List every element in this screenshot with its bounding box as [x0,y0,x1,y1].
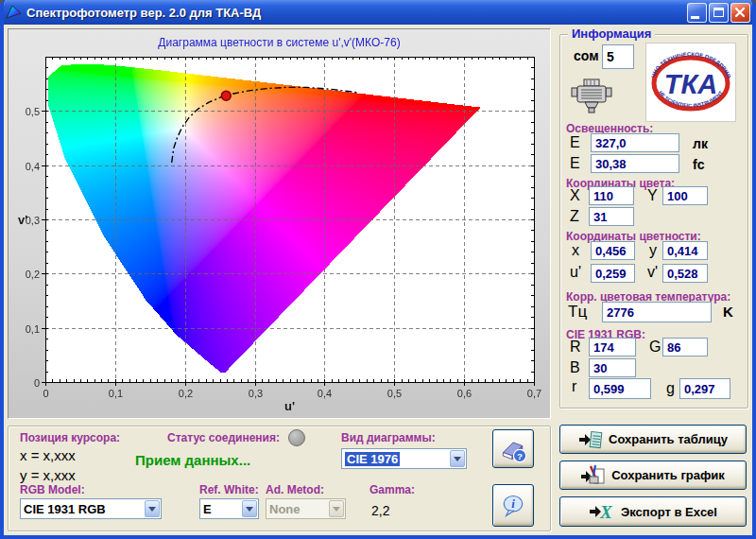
illuminance-lux-input[interactable] [591,133,679,152]
chevron-down-icon[interactable] [145,500,160,517]
connection-status-indicator [288,429,305,446]
com-port-label: сом [574,48,599,63]
chevron-down-icon [329,500,344,517]
cct-input[interactable] [602,302,712,322]
minimize-button[interactable] [687,3,707,23]
excel-icon: X [589,501,615,522]
rgb-rl-input[interactable] [589,378,651,399]
cursor-y-value: y = x,xxx [20,467,76,483]
coord-x-symbol: X [570,187,580,204]
minimize-icon [691,16,699,19]
rgb-model-label: RGB Model: [20,483,85,496]
rgb-g-symbol: G [649,339,661,356]
data-status-message: Прием данных... [135,452,250,468]
chevron-down-icon[interactable] [450,450,465,467]
chart-title: Диаграмма цветности в системе u',v'(МКО-… [9,36,550,49]
tka-logo: ТКА НАУЧНО-ТЕХНИЧЕСКОЕ ПРЕДПРИЯТИЕ THE S… [645,43,736,122]
controls-groupbox: Позиция курсора: x = x,xxx y = x,xxx Ста… [8,426,551,531]
cursor-position-label: Позиция курсора: [20,431,120,444]
coord-y-input[interactable] [662,186,708,205]
rgb-gl-input[interactable] [679,378,730,399]
illuminance-lux-unit: лк [693,136,708,151]
chroma-x-input[interactable] [591,241,635,260]
coord-y-symbol: Y [647,187,658,204]
svg-text:X: X [599,502,613,522]
save-table-icon [578,429,603,450]
rgb-gl-symbol: g [666,380,675,397]
ref-white-select[interactable]: E [199,498,259,519]
rgb-model-value: CIE 1931 RGB [24,502,106,516]
gamma-label: Gamma: [369,483,415,496]
maximize-button[interactable] [709,3,729,23]
chroma-v-symbol: v' [647,264,658,281]
chart-panel: Диаграмма цветности в системе u',v'(МКО-… [8,28,551,419]
save-table-label: Сохранить таблицу [609,432,728,446]
diagram-type-select[interactable]: CIE 1976 [341,448,467,469]
chevron-down-icon[interactable] [242,500,257,517]
svg-text:i: i [511,497,515,511]
app-window: Спектрофотометр вер. 2.0 для ТКА-ВД Диаг… [0,0,756,539]
ref-white-label: Ref. White: [199,483,259,496]
titlebar[interactable]: Спектрофотометр вер. 2.0 для ТКА-ВД [0,0,756,25]
export-excel-button[interactable]: X Экспорт в Excel [559,496,747,527]
rgb-b-input[interactable] [589,358,636,377]
close-icon [731,4,749,22]
illuminance-fc-symbol: E [570,155,580,172]
cct-unit: K [723,304,733,320]
cct-symbol: Тц [568,303,587,322]
coord-x-input[interactable] [589,186,634,205]
maximize-icon [713,8,724,17]
help-button[interactable]: ? [492,429,534,468]
gamma-value: 2,2 [371,503,389,518]
svg-text:?: ? [517,450,523,461]
ad-method-label: Ad. Metod: [266,483,324,496]
connection-status-label: Статус соединения: [167,431,280,444]
close-button[interactable] [730,3,750,23]
info-groupbox: Информация сом ТКА НАУЧНО-ТЕХНИЧЕСКОЕ ПР… [559,34,748,409]
save-table-button[interactable]: Сохранить таблицу [559,425,747,454]
rgb-g-input[interactable] [662,338,708,356]
window-title: Спектрофотометр вер. 2.0 для ТКА-ВД [26,6,685,20]
help-book-icon: ? [499,433,527,465]
info-bubble-icon: i [499,489,527,523]
chroma-x-symbol: x [572,242,579,259]
rgb-r-symbol: R [570,339,581,356]
chroma-u-symbol: u' [570,264,581,281]
ad-method-select: None [266,498,346,519]
save-graph-button[interactable]: Сохранить график [559,461,747,490]
app-icon [6,5,22,20]
chroma-y-input[interactable] [662,241,708,260]
ref-white-value: E [203,502,212,516]
logo-text: ТКА [664,69,718,99]
rgb-model-select[interactable]: CIE 1931 RGB [20,498,162,519]
diagram-type-value: CIE 1976 [345,452,400,466]
ad-method-value: None [269,502,301,516]
com-port-input[interactable] [602,44,634,69]
rgb-b-symbol: B [570,359,580,376]
chroma-u-input[interactable] [591,264,635,283]
info-button[interactable]: i [492,484,534,527]
chroma-y-symbol: y [649,242,657,259]
save-graph-label: Сохранить график [611,468,725,482]
export-excel-label: Экспорт в Excel [621,505,717,519]
illuminance-fc-input[interactable] [591,154,679,173]
info-caption: Информация [568,27,655,41]
rgb-r-input[interactable] [589,338,636,356]
chromaticity-diagram-canvas[interactable] [9,29,552,420]
rgb-rl-symbol: r [572,378,576,395]
diagram-type-label: Вид диаграммы: [341,431,436,444]
serial-connector-icon [570,78,613,114]
chroma-v-input[interactable] [662,264,708,283]
coord-z-input[interactable] [589,207,634,226]
illuminance-lux-symbol: E [570,134,580,151]
save-graph-icon [581,464,606,487]
cursor-x-value: x = x,xxx [20,447,76,463]
illuminance-fc-unit: fc [693,157,704,172]
coord-z-symbol: Z [570,208,579,225]
